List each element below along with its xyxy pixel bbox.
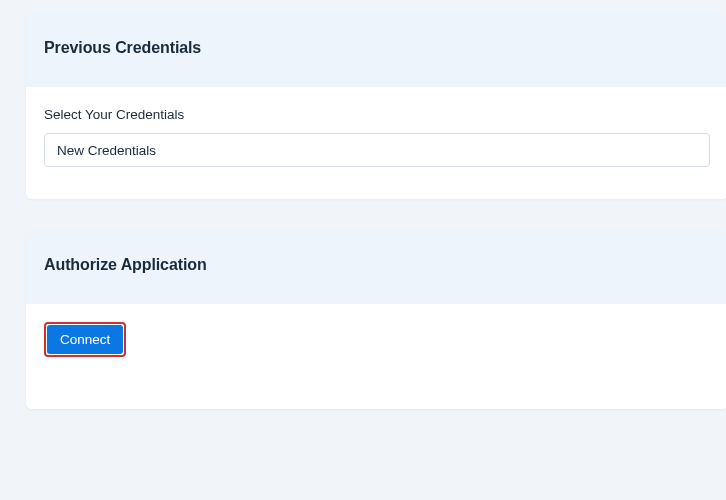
previous-credentials-card: Previous Credentials Select Your Credent…	[26, 12, 726, 199]
credentials-select-value: New Credentials	[57, 143, 156, 158]
credentials-select[interactable]: New Credentials	[44, 133, 710, 167]
authorize-application-header: Authorize Application	[26, 229, 726, 304]
authorize-application-card: Authorize Application Connect	[26, 229, 726, 409]
credentials-field-label: Select Your Credentials	[44, 107, 710, 122]
previous-credentials-header: Previous Credentials	[26, 12, 726, 87]
previous-credentials-title: Previous Credentials	[44, 39, 710, 57]
previous-credentials-body: Select Your Credentials New Credentials	[26, 87, 726, 199]
authorize-application-body: Connect	[26, 304, 726, 409]
connect-button-highlight: Connect	[44, 322, 126, 357]
connect-button[interactable]: Connect	[47, 325, 123, 354]
authorize-application-title: Authorize Application	[44, 256, 710, 274]
